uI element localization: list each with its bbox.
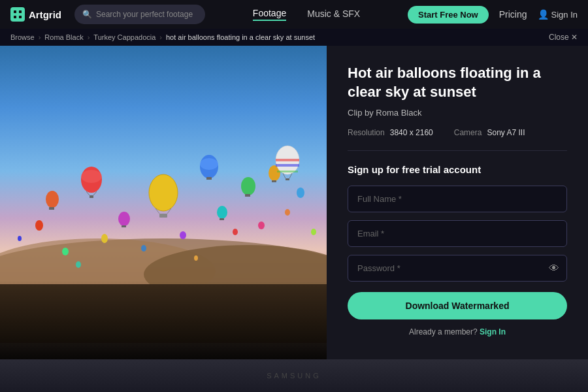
breadcrumb-current: hot air balloons floating in a clear sky… (166, 33, 315, 41)
navbar: Artgrid 🔍 Footage Music & SFX Start Free… (0, 0, 588, 29)
nav-center: Footage Music & SFX (218, 8, 395, 21)
svg-rect-22 (49, 207, 54, 210)
svg-point-29 (217, 206, 227, 219)
svg-rect-47 (276, 164, 299, 167)
form-title: Sign up for free trial account (348, 164, 567, 175)
clip-title: Hot air balloons floating in a clear sky… (348, 64, 567, 101)
svg-point-31 (35, 220, 43, 231)
form-panel: Hot air balloons floating in a clear sky… (327, 46, 588, 359)
svg-rect-24 (245, 194, 250, 197)
sep3: › (159, 33, 162, 41)
fullname-group (348, 186, 567, 212)
svg-point-37 (285, 209, 290, 216)
camera-value: Sony A7 III (487, 128, 525, 137)
email-group (348, 220, 567, 247)
already-member-label: Already a member? (409, 327, 478, 336)
svg-rect-30 (220, 218, 224, 220)
svg-rect-46 (276, 159, 299, 161)
breadcrumb: Browse › Roma Black › Turkey Cappadocia … (0, 29, 588, 46)
logo[interactable]: Artgrid (10, 7, 61, 22)
svg-rect-1 (19, 10, 22, 13)
svg-point-33 (101, 234, 108, 243)
svg-point-27 (118, 212, 130, 226)
search-icon: 🔍 (82, 10, 92, 19)
sep1: › (39, 33, 41, 41)
svg-point-39 (233, 229, 238, 235)
clip-meta: Resolution 3840 x 2160 Camera Sony A7 II… (348, 128, 567, 137)
breadcrumb-turkey[interactable]: Turkey Cappadocia (93, 33, 155, 41)
user-icon: 👤 (538, 9, 549, 20)
search-input[interactable] (96, 10, 197, 19)
signin-nav-label: Sign In (551, 10, 578, 20)
svg-point-41 (194, 255, 198, 261)
password-group: 👁 (348, 255, 567, 282)
divider (348, 150, 567, 151)
download-watermarked-button[interactable]: Download Watermarked (348, 292, 567, 319)
svg-point-34 (258, 221, 265, 229)
brand-name: Artgrid (29, 9, 61, 20)
svg-point-19 (200, 158, 218, 170)
svg-rect-26 (272, 180, 276, 182)
svg-point-32 (297, 188, 304, 198)
svg-point-43 (18, 236, 22, 241)
signin-link[interactable]: Sign In (480, 327, 506, 336)
svg-point-35 (62, 248, 69, 255)
svg-rect-20 (206, 177, 212, 180)
bottom-overlay (0, 281, 327, 359)
svg-rect-0 (14, 10, 16, 13)
main-content: Hot air balloons floating in a clear sky… (0, 46, 588, 359)
monitor-base: SAMSUNG (0, 359, 588, 392)
email-input[interactable] (348, 220, 567, 247)
logo-icon (10, 7, 25, 22)
svg-rect-48 (277, 171, 298, 172)
password-input[interactable] (348, 255, 567, 282)
fullname-input[interactable] (348, 186, 567, 212)
camera-label: Camera (454, 128, 482, 137)
video-panel (0, 46, 327, 359)
svg-rect-3 (19, 16, 22, 18)
svg-rect-17 (90, 195, 93, 198)
monitor-brand-label: SAMSUNG (267, 372, 321, 380)
resolution-label: Resolution (348, 128, 385, 137)
svg-rect-12 (159, 214, 167, 218)
svg-point-40 (76, 261, 81, 268)
nav-right: Start Free Now Pricing 👤 Sign In (408, 6, 578, 24)
signin-nav-button[interactable]: 👤 Sign In (538, 9, 578, 20)
video-preview (0, 46, 327, 359)
nav-footage[interactable]: Footage (253, 8, 286, 21)
start-free-button[interactable]: Start Free Now (408, 6, 489, 24)
svg-rect-2 (14, 16, 16, 18)
svg-point-21 (46, 191, 59, 208)
resolution-meta: Resolution 3840 x 2160 (348, 128, 433, 137)
camera-meta: Camera Sony A7 III (454, 128, 525, 137)
svg-rect-51 (286, 178, 289, 180)
sep2: › (88, 33, 90, 41)
svg-point-14 (81, 170, 102, 183)
svg-point-36 (180, 231, 186, 239)
show-password-icon[interactable]: 👁 (549, 263, 559, 274)
pricing-link[interactable]: Pricing (499, 9, 527, 20)
clip-author: Clip by Roma Black (348, 108, 567, 118)
svg-point-38 (141, 245, 146, 252)
svg-rect-28 (122, 225, 126, 227)
breadcrumb-browse[interactable]: Browse (10, 33, 35, 41)
close-button[interactable]: Close ✕ (549, 33, 578, 42)
svg-point-42 (311, 229, 316, 235)
signin-text: Already a member? Sign In (348, 327, 567, 336)
resolution-value: 3840 x 2160 (390, 128, 433, 137)
svg-point-23 (241, 177, 255, 195)
nav-music-sfx[interactable]: Music & SFX (307, 8, 360, 20)
breadcrumb-roma-black[interactable]: Roma Black (44, 33, 83, 41)
search-bar[interactable]: 🔍 (74, 5, 205, 24)
